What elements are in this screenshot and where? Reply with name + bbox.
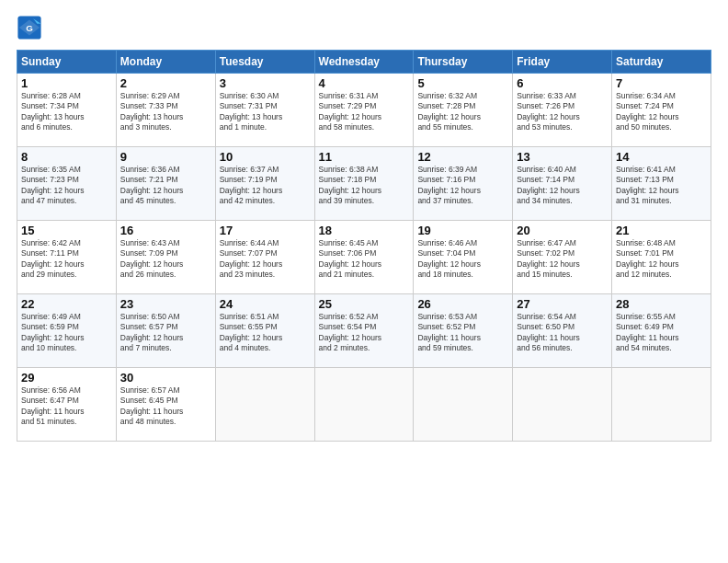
- logo: G: [17, 15, 44, 40]
- calendar-cell: 27Sunrise: 6:54 AMSunset: 6:50 PMDayligh…: [513, 294, 612, 368]
- day-number: 18: [319, 224, 410, 237]
- day-number: 2: [120, 76, 211, 90]
- calendar-cell: 26Sunrise: 6:53 AMSunset: 6:52 PMDayligh…: [414, 294, 513, 368]
- day-number: 12: [417, 150, 508, 164]
- calendar-cell: [513, 368, 612, 442]
- calendar-cell: [314, 368, 414, 442]
- calendar-cell: 7Sunrise: 6:34 AMSunset: 7:24 PMDaylight…: [612, 74, 711, 147]
- cell-info: Sunrise: 6:41 AMSunset: 7:13 PMDaylight:…: [616, 165, 707, 207]
- weekday-header-sunday: Sunday: [17, 51, 117, 74]
- calendar-cell: 30Sunrise: 6:57 AMSunset: 6:45 PMDayligh…: [116, 368, 215, 442]
- calendar-header-row: SundayMondayTuesdayWednesdayThursdayFrid…: [17, 51, 711, 74]
- cell-info: Sunrise: 6:56 AMSunset: 6:47 PMDaylight:…: [21, 385, 112, 428]
- calendar-cell: 25Sunrise: 6:52 AMSunset: 6:54 PMDayligh…: [314, 294, 414, 368]
- calendar-cell: 11Sunrise: 6:38 AMSunset: 7:18 PMDayligh…: [314, 147, 414, 221]
- day-number: 30: [120, 371, 211, 385]
- header: G: [17, 15, 711, 40]
- calendar-week-2: 8Sunrise: 6:35 AMSunset: 7:23 PMDaylight…: [17, 147, 711, 221]
- logo-icon: G: [17, 15, 42, 40]
- calendar-cell: 1Sunrise: 6:28 AMSunset: 7:34 PMDaylight…: [17, 74, 117, 147]
- cell-info: Sunrise: 6:54 AMSunset: 6:50 PMDaylight:…: [517, 312, 608, 354]
- day-number: 28: [616, 297, 707, 311]
- cell-info: Sunrise: 6:33 AMSunset: 7:26 PMDaylight:…: [517, 91, 608, 133]
- day-number: 16: [120, 224, 211, 237]
- calendar-cell: [612, 368, 711, 442]
- svg-text:G: G: [26, 23, 33, 33]
- day-number: 14: [616, 150, 707, 164]
- weekday-header-wednesday: Wednesday: [314, 51, 414, 74]
- calendar-cell: 20Sunrise: 6:47 AMSunset: 7:02 PMDayligh…: [513, 221, 612, 294]
- calendar-cell: 15Sunrise: 6:42 AMSunset: 7:11 PMDayligh…: [17, 221, 117, 294]
- cell-info: Sunrise: 6:48 AMSunset: 7:01 PMDaylight:…: [616, 238, 707, 281]
- day-number: 22: [21, 297, 112, 311]
- calendar-cell: 28Sunrise: 6:55 AMSunset: 6:49 PMDayligh…: [612, 294, 711, 368]
- day-number: 17: [220, 224, 311, 237]
- calendar-cell: 10Sunrise: 6:37 AMSunset: 7:19 PMDayligh…: [215, 147, 314, 221]
- calendar-cell: 8Sunrise: 6:35 AMSunset: 7:23 PMDaylight…: [17, 147, 117, 221]
- cell-info: Sunrise: 6:38 AMSunset: 7:18 PMDaylight:…: [319, 165, 410, 207]
- day-number: 27: [517, 297, 608, 311]
- calendar-cell: 2Sunrise: 6:29 AMSunset: 7:33 PMDaylight…: [116, 74, 215, 147]
- day-number: 25: [319, 297, 410, 311]
- day-number: 6: [517, 76, 608, 90]
- cell-info: Sunrise: 6:55 AMSunset: 6:49 PMDaylight:…: [616, 312, 707, 354]
- cell-info: Sunrise: 6:39 AMSunset: 7:16 PMDaylight:…: [417, 165, 508, 207]
- cell-info: Sunrise: 6:50 AMSunset: 6:57 PMDaylight:…: [120, 312, 211, 354]
- day-number: 11: [319, 150, 410, 164]
- cell-info: Sunrise: 6:57 AMSunset: 6:45 PMDaylight:…: [120, 385, 211, 428]
- weekday-header-monday: Monday: [116, 51, 215, 74]
- calendar-cell: 6Sunrise: 6:33 AMSunset: 7:26 PMDaylight…: [513, 74, 612, 147]
- day-number: 5: [417, 76, 508, 90]
- cell-info: Sunrise: 6:45 AMSunset: 7:06 PMDaylight:…: [319, 238, 410, 281]
- cell-info: Sunrise: 6:31 AMSunset: 7:29 PMDaylight:…: [319, 91, 410, 133]
- day-number: 20: [517, 224, 608, 237]
- page: G SundayMondayTuesdayWednesdayThursdayFr…: [0, 0, 728, 563]
- day-number: 24: [220, 297, 311, 311]
- day-number: 1: [21, 76, 112, 90]
- day-number: 9: [120, 150, 211, 164]
- calendar-cell: 14Sunrise: 6:41 AMSunset: 7:13 PMDayligh…: [612, 147, 711, 221]
- cell-info: Sunrise: 6:43 AMSunset: 7:09 PMDaylight:…: [120, 238, 211, 281]
- cell-info: Sunrise: 6:47 AMSunset: 7:02 PMDaylight:…: [517, 238, 608, 281]
- day-number: 8: [21, 150, 112, 164]
- day-number: 7: [616, 76, 707, 90]
- calendar: SundayMondayTuesdayWednesdayThursdayFrid…: [17, 50, 711, 442]
- calendar-cell: 13Sunrise: 6:40 AMSunset: 7:14 PMDayligh…: [513, 147, 612, 221]
- cell-info: Sunrise: 6:35 AMSunset: 7:23 PMDaylight:…: [21, 165, 112, 207]
- calendar-cell: 3Sunrise: 6:30 AMSunset: 7:31 PMDaylight…: [215, 74, 314, 147]
- calendar-cell: 4Sunrise: 6:31 AMSunset: 7:29 PMDaylight…: [314, 74, 414, 147]
- cell-info: Sunrise: 6:36 AMSunset: 7:21 PMDaylight:…: [120, 165, 211, 207]
- calendar-cell: 5Sunrise: 6:32 AMSunset: 7:28 PMDaylight…: [414, 74, 513, 147]
- day-number: 21: [616, 224, 707, 237]
- cell-info: Sunrise: 6:51 AMSunset: 6:55 PMDaylight:…: [220, 312, 311, 354]
- day-number: 13: [517, 150, 608, 164]
- calendar-cell: 23Sunrise: 6:50 AMSunset: 6:57 PMDayligh…: [116, 294, 215, 368]
- calendar-cell: 9Sunrise: 6:36 AMSunset: 7:21 PMDaylight…: [116, 147, 215, 221]
- weekday-header-saturday: Saturday: [612, 51, 711, 74]
- weekday-header-tuesday: Tuesday: [215, 51, 314, 74]
- calendar-cell: 19Sunrise: 6:46 AMSunset: 7:04 PMDayligh…: [414, 221, 513, 294]
- calendar-body: 1Sunrise: 6:28 AMSunset: 7:34 PMDaylight…: [17, 74, 711, 442]
- calendar-week-4: 22Sunrise: 6:49 AMSunset: 6:59 PMDayligh…: [17, 294, 711, 368]
- calendar-cell: 21Sunrise: 6:48 AMSunset: 7:01 PMDayligh…: [612, 221, 711, 294]
- calendar-week-1: 1Sunrise: 6:28 AMSunset: 7:34 PMDaylight…: [17, 74, 711, 147]
- calendar-cell: 22Sunrise: 6:49 AMSunset: 6:59 PMDayligh…: [17, 294, 117, 368]
- cell-info: Sunrise: 6:37 AMSunset: 7:19 PMDaylight:…: [220, 165, 311, 207]
- calendar-cell: 16Sunrise: 6:43 AMSunset: 7:09 PMDayligh…: [116, 221, 215, 294]
- cell-info: Sunrise: 6:40 AMSunset: 7:14 PMDaylight:…: [517, 165, 608, 207]
- cell-info: Sunrise: 6:29 AMSunset: 7:33 PMDaylight:…: [120, 91, 211, 133]
- cell-info: Sunrise: 6:32 AMSunset: 7:28 PMDaylight:…: [417, 91, 508, 133]
- day-number: 23: [120, 297, 211, 311]
- calendar-cell: 18Sunrise: 6:45 AMSunset: 7:06 PMDayligh…: [314, 221, 414, 294]
- calendar-week-3: 15Sunrise: 6:42 AMSunset: 7:11 PMDayligh…: [17, 221, 711, 294]
- cell-info: Sunrise: 6:53 AMSunset: 6:52 PMDaylight:…: [417, 312, 508, 354]
- cell-info: Sunrise: 6:42 AMSunset: 7:11 PMDaylight:…: [21, 238, 112, 281]
- day-number: 29: [21, 371, 112, 385]
- cell-info: Sunrise: 6:28 AMSunset: 7:34 PMDaylight:…: [21, 91, 112, 133]
- day-number: 3: [220, 76, 311, 90]
- cell-info: Sunrise: 6:30 AMSunset: 7:31 PMDaylight:…: [220, 91, 311, 133]
- day-number: 19: [417, 224, 508, 237]
- cell-info: Sunrise: 6:49 AMSunset: 6:59 PMDaylight:…: [21, 312, 112, 354]
- day-number: 10: [220, 150, 311, 164]
- calendar-cell: [215, 368, 314, 442]
